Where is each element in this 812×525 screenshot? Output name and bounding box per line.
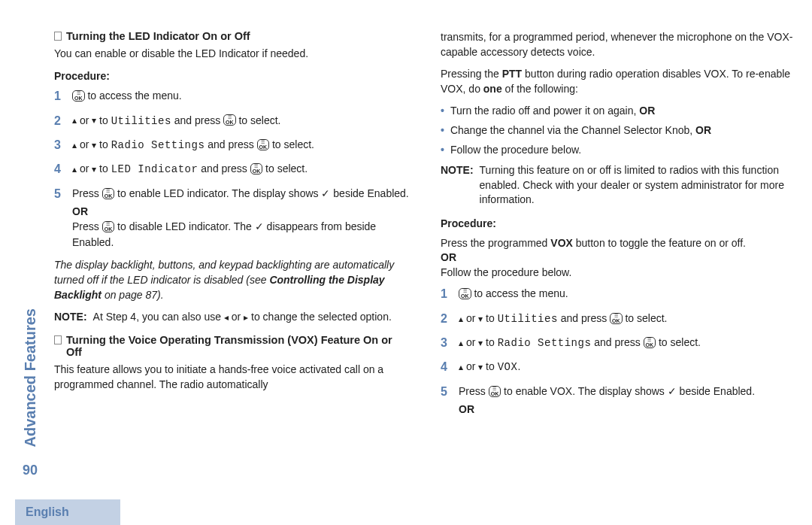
list-item: • Change the channel via the Channel Sel… bbox=[441, 123, 797, 138]
step-body: or to Utilities and press to select. bbox=[459, 311, 797, 327]
t: Press bbox=[72, 187, 102, 199]
ok-key-icon bbox=[102, 221, 115, 232]
t: VOX bbox=[550, 237, 573, 249]
list-item: • Turn the radio off and power it on aga… bbox=[441, 104, 797, 119]
ok-key-icon bbox=[459, 288, 471, 299]
step-number: 1 bbox=[54, 88, 65, 105]
ptt-paragraph: Pressing the PTT button during radio ope… bbox=[441, 67, 797, 96]
page-number: 90 bbox=[23, 463, 38, 478]
note-block: NOTE: At Step 4, you can also use or to … bbox=[54, 310, 411, 325]
t: to enable LED indicator. The display sho… bbox=[114, 187, 321, 199]
bullet-icon: • bbox=[441, 104, 444, 119]
language-label: English bbox=[26, 505, 69, 519]
t: Turn the radio off and power it on again… bbox=[450, 105, 639, 117]
t: to enable VOX. The display shows bbox=[501, 385, 668, 397]
ok-key-icon bbox=[489, 386, 501, 397]
bullet-text: Follow the procedure below. bbox=[450, 143, 581, 158]
t: At Step 4, you can also use bbox=[93, 311, 224, 323]
step-body: or to VOX. bbox=[459, 359, 797, 375]
heading-text: Turning the LED Indicator On or Off bbox=[66, 30, 250, 42]
t: or bbox=[463, 336, 478, 348]
step-5: 5 Press to enable VOX. The display shows… bbox=[441, 384, 797, 417]
step-number: 4 bbox=[54, 161, 65, 178]
t: to bbox=[96, 162, 111, 174]
t: to access the menu. bbox=[471, 287, 568, 299]
t: Pressing the bbox=[441, 68, 502, 80]
arrow-down-icon bbox=[478, 311, 483, 326]
or-label: OR bbox=[441, 250, 797, 266]
t: to change the selected option. bbox=[248, 311, 392, 323]
step-body: Press to enable VOX. The display shows b… bbox=[459, 384, 797, 417]
t: beside Enabled. bbox=[677, 385, 755, 397]
t: to bbox=[483, 360, 497, 372]
step-number: 3 bbox=[441, 335, 451, 351]
arrow-down-icon bbox=[478, 335, 483, 351]
t: or bbox=[77, 114, 92, 126]
t: or bbox=[77, 162, 92, 174]
bullet-icon: • bbox=[441, 123, 444, 138]
ok-key-icon bbox=[644, 337, 656, 348]
step-1: 1 to access the menu. bbox=[441, 286, 797, 302]
check-icon bbox=[321, 187, 330, 199]
menu-item: Utilities bbox=[498, 313, 558, 325]
t: to select. bbox=[623, 312, 668, 324]
t: to select. bbox=[656, 336, 701, 348]
ok-key-icon bbox=[72, 90, 85, 102]
t: to bbox=[483, 336, 497, 348]
step-5: 5 Press to enable LED indicator. The dis… bbox=[54, 186, 411, 251]
ok-key-icon bbox=[610, 313, 623, 324]
t: Press bbox=[459, 385, 489, 397]
bullet-text: Change the channel via the Channel Selec… bbox=[450, 123, 711, 138]
t: to select. bbox=[269, 138, 314, 150]
check-icon bbox=[668, 385, 677, 397]
heading-led-indicator: Turning the LED Indicator On or Off bbox=[54, 30, 411, 42]
t: to disable LED indicator. The bbox=[114, 220, 255, 232]
arrow-down-icon bbox=[478, 359, 483, 375]
step-number: 4 bbox=[441, 359, 451, 375]
vox-intro: This feature allows you to initiate a ha… bbox=[54, 363, 411, 392]
step-body: or to Radio Settings and press to select… bbox=[72, 137, 411, 153]
section-label: Advanced Features bbox=[22, 308, 39, 448]
step-body: or to Utilities and press to select. bbox=[72, 113, 411, 129]
bullet-text: Turn the radio off and power it on again… bbox=[450, 104, 655, 119]
check-icon bbox=[255, 220, 264, 232]
list-item: • Follow the procedure below. bbox=[441, 143, 797, 158]
document-icon bbox=[54, 335, 62, 344]
t: to bbox=[96, 114, 111, 126]
procedure-intro: Press the programmed VOX button to toggl… bbox=[441, 236, 797, 251]
follow-text: Follow the procedure below. bbox=[441, 266, 797, 281]
menu-item: LED Indicator bbox=[111, 163, 198, 175]
step-4: 4 or to LED Indicator and press to selec… bbox=[54, 161, 411, 178]
or-label: OR bbox=[459, 402, 797, 417]
t: or bbox=[463, 360, 478, 372]
step-body: or to LED Indicator and press to select. bbox=[72, 161, 411, 178]
t: Press the programmed bbox=[441, 237, 550, 249]
step-body: or to Radio Settings and press to select… bbox=[459, 335, 797, 351]
italic-note: The display backlight, buttons, and keyp… bbox=[54, 258, 411, 302]
arrow-down-icon bbox=[92, 137, 96, 153]
step-number: 5 bbox=[54, 186, 65, 202]
arrow-up-icon bbox=[459, 335, 463, 351]
step-text: to access the menu. bbox=[85, 90, 182, 102]
note-body: Turning this feature on or off is limite… bbox=[480, 163, 797, 208]
heading-vox: Turning the Voice Operating Transmission… bbox=[54, 334, 411, 358]
t: to select. bbox=[262, 162, 308, 174]
step-body: Press to enable LED indicator. The displ… bbox=[72, 186, 411, 251]
arrow-up-icon bbox=[459, 359, 463, 375]
t: and press bbox=[171, 114, 223, 126]
t: on page 87). bbox=[102, 289, 164, 301]
t: Change the channel via the Channel Selec… bbox=[450, 124, 695, 136]
t: OR bbox=[639, 105, 655, 117]
procedure-label: Procedure: bbox=[441, 217, 797, 232]
t: or bbox=[77, 138, 92, 150]
t: Press bbox=[72, 220, 102, 232]
arrow-up-icon bbox=[72, 137, 77, 153]
note-label: NOTE: bbox=[54, 310, 87, 325]
t: PTT bbox=[502, 68, 522, 80]
t: to bbox=[96, 138, 111, 150]
step-4: 4 or to VOX. bbox=[441, 359, 797, 375]
t: of the following: bbox=[502, 83, 578, 95]
t: OR bbox=[695, 124, 711, 136]
t: one bbox=[483, 83, 502, 95]
arrow-right-icon bbox=[244, 310, 248, 325]
